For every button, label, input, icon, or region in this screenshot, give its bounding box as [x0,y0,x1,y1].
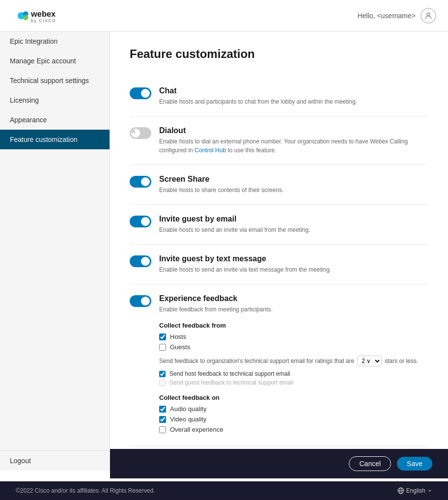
experience-feedback-toggle[interactable] [130,295,151,307]
dialout-content: Dialout Enable hosts to dial an external… [159,126,428,155]
cancel-button[interactable]: Cancel [349,456,391,471]
page-title: Feature customization [130,47,428,61]
overall-experience-label: Overall experience [170,426,223,433]
sidebar-nav: Epic Integration Manage Epic account Tec… [0,31,110,450]
chevron-down-icon [427,488,432,493]
sidebar-item-technical-support-settings[interactable]: Technical support settings [0,71,110,90]
page-footer: ©2022 Cisco and/or its affiliates. All R… [0,481,448,500]
svg-point-5 [427,13,430,16]
footer-action-bar: Cancel Save [110,449,448,478]
send-host-feedback-checkbox[interactable] [159,371,166,377]
stars-select[interactable]: 2 ∨ 1 3 4 5 [357,356,382,366]
collect-from-guests-row: Guests [159,343,428,351]
greeting-text: Hello, <username> [358,12,416,20]
screen-share-content: Screen Share Enable hosts to share conte… [159,175,428,194]
feedback-subsection: Collect feedback from Hosts Guests Send … [159,322,428,433]
language-selector[interactable]: English [397,487,432,494]
send-host-feedback-row: Send host feedback to technical support … [159,370,428,377]
feature-row-chat: Chat Enable hosts and participants to ch… [130,77,428,116]
invite-email-toggle[interactable] [130,216,151,227]
chat-title: Chat [159,86,428,95]
invite-email-content: Invite guest by email Enable hosts to se… [159,215,428,234]
feature-row-invite-email: Invite guest by email Enable hosts to se… [130,205,428,245]
chat-content: Chat Enable hosts and participants to ch… [159,86,428,106]
send-host-feedback-label: Send host feedback to technical support … [169,370,290,377]
send-feedback-suffix: stars or less. [385,358,418,364]
feature-row-screen-share: Screen Share Enable hosts to share conte… [130,165,428,205]
collect-from-guests-label: Guests [170,343,190,351]
audio-quality-row: Audio quality [159,405,428,413]
invite-text-content: Invite guest by text message Enable host… [159,254,428,274]
copyright-text: ©2022 Cisco and/or its affiliates. All R… [16,487,155,494]
audio-quality-checkbox[interactable] [159,406,166,413]
feature-row-invite-text: Invite guest by text message Enable host… [130,245,428,284]
collect-feedback-on-label: Collect feedback on [159,394,428,401]
collect-from-guests-checkbox[interactable] [159,344,166,351]
collect-from-hosts-row: Hosts [159,333,428,340]
language-label: English [406,487,425,494]
sidebar-item-appearance[interactable]: Appearance [0,110,110,130]
experience-feedback-title: Experience feedback [159,294,428,303]
invite-email-title: Invite guest by email [159,215,428,223]
sidebar-item-manage-epic-account[interactable]: Manage Epic account [0,51,110,71]
send-guest-feedback-label: Send guest feedback to technical support… [169,379,293,386]
collect-feedback-from-label: Collect feedback from [159,322,428,329]
sidebar-item-feature-customization[interactable]: Feature customization [0,130,110,149]
save-button[interactable]: Save [397,457,432,471]
screen-share-toggle[interactable] [130,176,151,188]
experience-feedback-content: Experience feedback Enable feedback from… [159,294,428,436]
collect-from-hosts-checkbox[interactable] [159,333,166,340]
chat-toggle[interactable] [130,87,151,99]
app-header: webex by CISCO Hello, <username> [0,0,448,31]
send-guest-feedback-row: Send guest feedback to technical support… [159,379,428,386]
send-guest-feedback-checkbox[interactable] [159,380,166,386]
svg-text:webex: webex [30,9,56,18]
logo: webex by CISCO [12,6,71,26]
header-user-section: Hello, <username> [358,8,436,24]
dialout-title: Dialout [159,126,428,135]
invite-email-desc: Enable hosts to send an invite via email… [159,225,428,234]
control-hub-link[interactable]: Control Hub [195,147,226,154]
video-quality-checkbox[interactable] [159,416,166,423]
sidebar-item-licensing[interactable]: Licensing [0,90,110,110]
send-feedback-row: Send feedback to organization's technica… [159,356,428,366]
feature-row-dialout: Dialout Enable hosts to dial an external… [130,116,428,165]
video-quality-row: Video quality [159,416,428,423]
svg-text:by CISCO: by CISCO [31,18,56,23]
screen-share-title: Screen Share [159,175,428,184]
collect-from-hosts-label: Hosts [170,333,186,340]
overall-experience-checkbox[interactable] [159,426,166,433]
invite-text-toggle[interactable] [130,255,151,267]
svg-point-2 [23,15,28,20]
sidebar: Epic Integration Manage Epic account Tec… [0,31,110,471]
logout-button[interactable]: Logout [0,450,110,471]
sidebar-item-epic-integration[interactable]: Epic Integration [0,31,110,51]
chat-desc: Enable hosts and participants to chat fr… [159,97,428,106]
experience-feedback-desc: Enable feedback from meeting participant… [159,305,428,314]
dialout-toggle[interactable] [130,127,151,139]
dialout-desc: Enable hosts to dial an external phone n… [159,137,428,155]
globe-icon [397,487,404,494]
main-content: Feature customization Chat Enable hosts … [110,31,448,500]
invite-text-title: Invite guest by text message [159,254,428,263]
invite-text-desc: Enable hosts to send an invite via text … [159,265,428,274]
collect-feedback-on-section: Collect feedback on Audio quality Video … [159,394,428,433]
feature-row-experience-feedback: Experience feedback Enable feedback from… [130,284,428,446]
screen-share-desc: Enable hosts to share contents of their … [159,186,428,194]
audio-quality-label: Audio quality [170,405,206,413]
send-feedback-prefix: Send feedback to organization's technica… [159,358,354,364]
overall-experience-row: Overall experience [159,426,428,433]
video-quality-label: Video quality [170,416,206,423]
send-feedback-options: Send host feedback to technical support … [159,370,428,386]
user-avatar[interactable] [420,8,436,24]
